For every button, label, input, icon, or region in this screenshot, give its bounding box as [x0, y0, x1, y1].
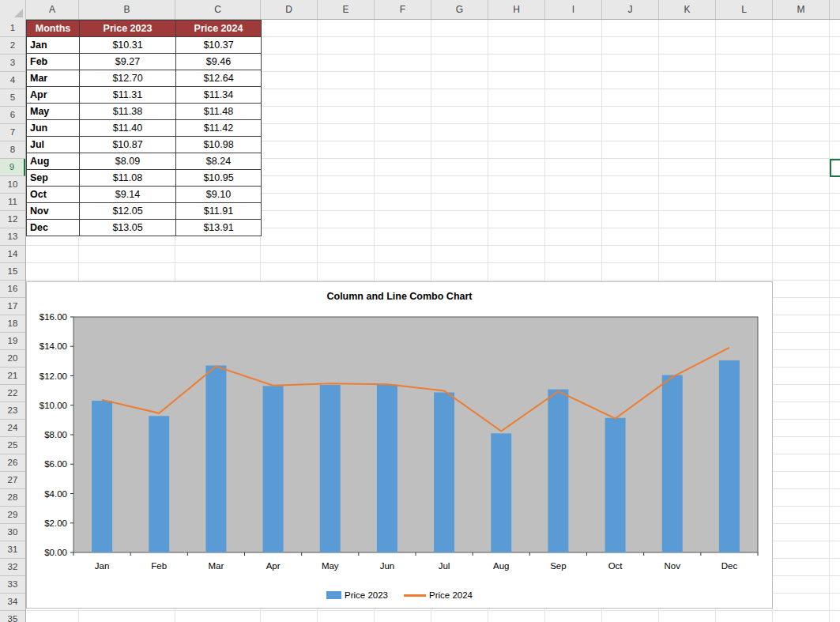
cell-price[interactable]: $13.91 [176, 220, 262, 236]
cell-month[interactable]: Nov [27, 203, 80, 220]
row-header-21[interactable]: 21 [0, 368, 25, 385]
cell-month[interactable]: Sep [27, 170, 80, 187]
row-header-24[interactable]: 24 [0, 420, 25, 437]
row-header-9[interactable]: 9 [0, 159, 25, 176]
row-header-7[interactable]: 7 [0, 124, 25, 141]
column-header-L[interactable]: L [716, 0, 773, 19]
cell-month[interactable]: Mar [27, 70, 80, 87]
cell-price[interactable]: $11.42 [176, 120, 262, 137]
cell-price[interactable]: $9.46 [176, 54, 262, 70]
chart-legend[interactable]: Price 2023Price 2024 [27, 590, 772, 600]
cell-price[interactable]: $8.09 [80, 153, 176, 170]
cell-price[interactable]: $10.95 [176, 170, 262, 187]
row-header-19[interactable]: 19 [0, 333, 25, 350]
cell-price[interactable]: $11.48 [176, 104, 262, 120]
column-header-J[interactable]: J [602, 0, 659, 19]
bar-Mar[interactable] [205, 365, 226, 552]
column-header-K[interactable]: K [659, 0, 716, 19]
row-header-29[interactable]: 29 [0, 507, 25, 524]
cell-price[interactable]: $9.10 [176, 187, 262, 203]
column-header-H[interactable]: H [488, 0, 545, 19]
row-header-32[interactable]: 32 [0, 559, 25, 576]
bar-Jul[interactable] [434, 393, 454, 552]
sheet-grid[interactable]: MonthsPrice 2023Price 2024Jan$10.31$10.3… [26, 20, 840, 622]
row-header-25[interactable]: 25 [0, 437, 25, 454]
bar-May[interactable] [320, 385, 341, 552]
cell-price[interactable]: $9.14 [80, 187, 176, 203]
row-header-28[interactable]: 28 [0, 489, 25, 507]
column-header-B[interactable]: B [79, 0, 175, 19]
bar-Sep[interactable] [548, 390, 568, 552]
row-header-13[interactable]: 13 [0, 228, 25, 246]
cell-price[interactable]: $11.38 [80, 104, 176, 120]
active-cell-outline[interactable] [830, 159, 840, 177]
bar-Oct[interactable] [605, 418, 626, 552]
combo-chart[interactable]: Column and Line Combo Chart $0.00$2.00$4… [26, 281, 773, 609]
column-header-M[interactable]: M [773, 0, 830, 19]
cell-price[interactable]: $11.31 [80, 87, 176, 104]
row-header-3[interactable]: 3 [0, 55, 25, 72]
cell-price[interactable]: $10.98 [176, 137, 262, 153]
bar-Apr[interactable] [263, 386, 284, 552]
row-header-8[interactable]: 8 [0, 141, 25, 159]
cell-month[interactable]: Aug [27, 153, 80, 170]
row-header-11[interactable]: 11 [0, 194, 25, 211]
row-header-22[interactable]: 22 [0, 385, 25, 402]
row-header-26[interactable]: 26 [0, 454, 25, 472]
cell-price[interactable]: $11.34 [176, 87, 262, 104]
cell-price[interactable]: $11.91 [176, 203, 262, 220]
cell-month[interactable]: Feb [27, 54, 80, 70]
cell-price[interactable]: $12.05 [80, 203, 176, 220]
cell-price[interactable]: $10.87 [80, 137, 176, 153]
cell-price[interactable]: $11.08 [80, 170, 176, 187]
bar-Jan[interactable] [92, 401, 112, 552]
row-header-10[interactable]: 10 [0, 176, 25, 194]
cell-price[interactable]: $12.70 [80, 70, 176, 87]
cell-month[interactable]: Jul [27, 137, 80, 153]
bar-Jun[interactable] [377, 385, 397, 552]
column-header-D[interactable]: D [261, 0, 318, 19]
column-header-E[interactable]: E [318, 0, 375, 19]
legend-item[interactable]: Price 2024 [404, 590, 473, 600]
bar-Aug[interactable] [491, 433, 511, 552]
price-data-table[interactable]: MonthsPrice 2023Price 2024Jan$10.31$10.3… [26, 20, 262, 236]
cell-price[interactable]: $10.31 [80, 37, 176, 54]
cell-month[interactable]: Jan [27, 37, 80, 54]
row-header-14[interactable]: 14 [0, 246, 25, 263]
cell-month[interactable]: Dec [27, 220, 80, 236]
row-header-30[interactable]: 30 [0, 524, 25, 541]
column-header-G[interactable]: G [431, 0, 488, 19]
row-header-1[interactable]: 1 [0, 20, 25, 37]
cell-month[interactable]: Apr [27, 87, 80, 104]
column-header-I[interactable]: I [545, 0, 602, 19]
cell-month[interactable]: Oct [27, 187, 80, 203]
row-header-18[interactable]: 18 [0, 315, 25, 333]
row-header-33[interactable]: 33 [0, 576, 25, 594]
row-header-17[interactable]: 17 [0, 298, 25, 315]
row-header-23[interactable]: 23 [0, 402, 25, 420]
cell-price[interactable]: $13.05 [80, 220, 176, 236]
bar-Dec[interactable] [719, 360, 740, 552]
row-header-2[interactable]: 2 [0, 37, 25, 55]
row-header-34[interactable]: 34 [0, 594, 25, 611]
row-header-20[interactable]: 20 [0, 350, 25, 368]
row-header-6[interactable]: 6 [0, 107, 25, 124]
bar-Feb[interactable] [149, 416, 169, 552]
row-header-27[interactable]: 27 [0, 472, 25, 489]
cell-price[interactable]: $10.37 [176, 37, 262, 54]
row-header-15[interactable]: 15 [0, 263, 25, 281]
row-header-16[interactable]: 16 [0, 281, 25, 298]
cell-month[interactable]: Jun [27, 120, 80, 137]
cell-price[interactable]: $9.27 [80, 54, 176, 70]
select-all-corner[interactable] [0, 0, 26, 20]
legend-item[interactable]: Price 2023 [326, 590, 388, 600]
cell-price[interactable]: $11.40 [80, 120, 176, 137]
column-header-C[interactable]: C [175, 0, 261, 19]
column-header-F[interactable]: F [375, 0, 431, 19]
cell-price[interactable]: $8.24 [176, 153, 262, 170]
row-header-35[interactable]: 35 [0, 611, 25, 622]
row-header-5[interactable]: 5 [0, 89, 25, 107]
row-header-31[interactable]: 31 [0, 541, 25, 559]
cell-month[interactable]: May [27, 104, 80, 120]
row-header-12[interactable]: 12 [0, 211, 25, 228]
